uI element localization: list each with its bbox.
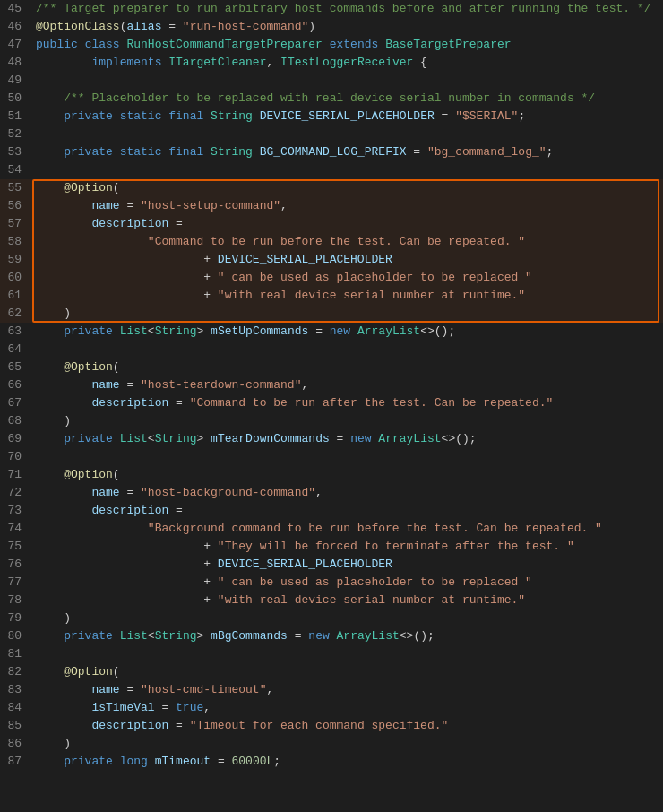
code-token: /** Placeholder to be replaced with real… xyxy=(64,91,595,105)
code-line: 75 + "They will be forced to terminate a… xyxy=(0,538,663,556)
code-token: "host-background-command" xyxy=(141,486,315,499)
code-token: = xyxy=(407,145,427,159)
code-line: 65 @Option( xyxy=(0,358,663,376)
code-token: static xyxy=(120,145,162,159)
code-token xyxy=(36,504,91,517)
code-token: private xyxy=(64,324,113,338)
code-line-wrapper: 80 private List<String> mBgCommands = ne… xyxy=(0,627,663,645)
code-line: 48 implements ITargetCleaner, ITestLogge… xyxy=(0,54,663,72)
code-token xyxy=(36,360,64,374)
code-line: 55 @Option( xyxy=(0,179,663,197)
code-line: 62 ) xyxy=(0,305,663,323)
line-number: 63 xyxy=(0,323,32,341)
code-token: = xyxy=(168,504,183,517)
code-token: "run-host-command" xyxy=(183,20,308,33)
code-token: + xyxy=(36,575,218,589)
code-token: class xyxy=(85,38,120,51)
code-token xyxy=(36,56,91,69)
code-line-wrapper: 51 private static final String DEVICE_SE… xyxy=(0,108,663,125)
code-line-wrapper: 77 + " can be used as placeholder to be … xyxy=(0,574,663,592)
line-number: 71 xyxy=(0,466,32,484)
line-number: 61 xyxy=(0,287,32,305)
line-number: 58 xyxy=(0,233,32,251)
line-number: 57 xyxy=(0,215,32,233)
code-token: ) xyxy=(36,414,71,428)
line-content: ) xyxy=(32,609,663,627)
code-token: ( xyxy=(113,665,120,678)
line-content: ) xyxy=(32,412,663,430)
code-line: 70 xyxy=(0,448,663,466)
code-token: isTimeVal xyxy=(91,701,154,714)
line-content: + " can be used as placeholder to be rep… xyxy=(32,269,663,287)
code-token: implements xyxy=(91,56,161,69)
line-number: 67 xyxy=(0,394,32,412)
code-token xyxy=(323,38,330,51)
code-token xyxy=(36,378,91,392)
code-token: private xyxy=(64,629,113,643)
code-token: final xyxy=(168,109,203,123)
line-content: + "They will be forced to terminate afte… xyxy=(32,538,663,556)
code-token: ) xyxy=(308,20,315,33)
code-token xyxy=(203,324,211,338)
code-line: 66 name = "host-teardown-command", xyxy=(0,376,663,394)
code-token: description xyxy=(91,719,168,732)
code-line-wrapper: 82 @Option( xyxy=(0,663,663,681)
line-content xyxy=(32,448,663,466)
line-number: 49 xyxy=(0,72,32,90)
code-token: = xyxy=(120,683,141,696)
code-line: 86 ) xyxy=(0,735,663,753)
line-content: private static final String DEVICE_SERIA… xyxy=(32,108,663,125)
code-line-wrapper: 56 name = "host-setup-command", xyxy=(0,197,663,215)
code-token: mTearDownCommands xyxy=(211,432,330,445)
code-line: 51 private static final String DEVICE_SE… xyxy=(0,108,663,125)
code-line: 47public class RunHostCommandTargetPrepa… xyxy=(0,36,663,54)
code-token xyxy=(36,235,148,248)
code-line-wrapper: 45/** Target preparer to run arbitrary h… xyxy=(0,0,663,18)
line-number: 84 xyxy=(0,699,32,717)
code-token: long xyxy=(120,755,148,768)
line-number: 69 xyxy=(0,430,32,448)
code-token: BaseTargetPreparer xyxy=(385,38,511,51)
code-token: mSetUpCommands xyxy=(211,324,308,338)
code-line: 77 + " can be used as placeholder to be … xyxy=(0,574,663,592)
line-content: name = "host-setup-command", xyxy=(32,197,663,215)
code-line-wrapper: 54 xyxy=(0,161,663,179)
code-line-wrapper: 74 "Background command to be run before … xyxy=(0,520,663,538)
line-number: 74 xyxy=(0,520,32,538)
code-token: ; xyxy=(273,755,280,768)
code-line: 79 ) xyxy=(0,609,663,627)
code-token: ; xyxy=(518,109,525,123)
code-line: 76 + DEVICE_SERIAL_PLACEHOLDER xyxy=(0,556,663,574)
code-token xyxy=(148,755,155,768)
code-line-wrapper: 78 + "with real device serial number at … xyxy=(0,592,663,609)
code-line-wrapper: 79 ) xyxy=(0,609,663,627)
line-number: 66 xyxy=(0,376,32,394)
code-token: = xyxy=(161,20,182,33)
code-token: , xyxy=(280,199,288,212)
code-token: ITargetCleaner xyxy=(168,56,266,69)
code-token: "host-cmd-timeout" xyxy=(141,683,266,696)
code-token: , xyxy=(266,683,273,696)
line-number: 75 xyxy=(0,538,32,556)
line-number: 87 xyxy=(0,753,32,771)
code-token: <>(); xyxy=(400,629,435,643)
code-token xyxy=(78,38,85,51)
line-number: 65 xyxy=(0,358,32,376)
code-token: + xyxy=(36,593,218,607)
line-content: description = xyxy=(32,502,663,520)
code-line-wrapper: 71 @Option( xyxy=(0,466,663,484)
code-token: "bg_command_log_" xyxy=(427,145,547,159)
line-number: 76 xyxy=(0,556,32,574)
line-number: 78 xyxy=(0,592,32,609)
code-token xyxy=(36,181,64,194)
code-token: = xyxy=(120,199,141,212)
code-line-wrapper: 53 private static final String BG_COMMAN… xyxy=(0,143,663,161)
code-token xyxy=(36,629,64,643)
code-line: 54 xyxy=(0,161,663,179)
code-line-wrapper: 69 private List<String> mTearDownCommand… xyxy=(0,430,663,448)
line-number: 81 xyxy=(0,645,32,663)
code-token xyxy=(203,432,211,445)
code-token xyxy=(113,109,120,123)
code-token: ArrayList xyxy=(357,324,420,338)
code-token: "with real device serial number at runti… xyxy=(218,593,525,607)
